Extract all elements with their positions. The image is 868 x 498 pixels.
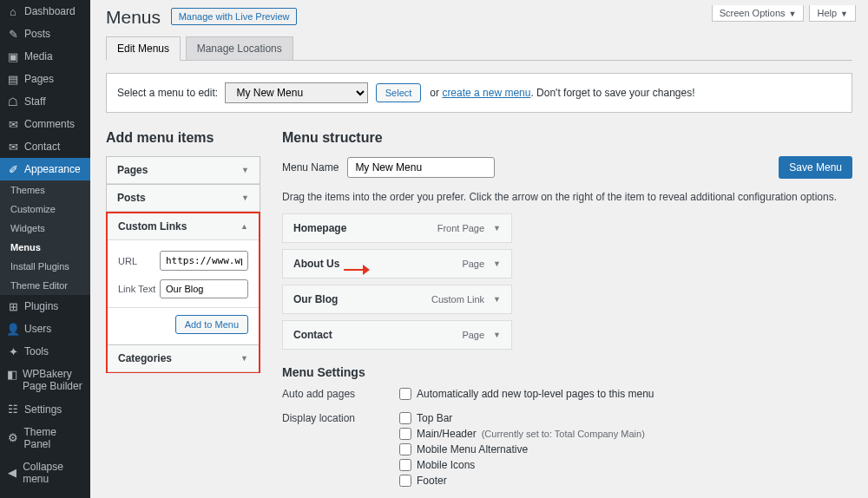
menu-item-type: Page [462, 330, 484, 340]
link-text-label: Link Text [118, 284, 160, 294]
sidebar-label: Contact [24, 141, 60, 153]
envelope-icon: ✉ [7, 141, 19, 153]
select-button[interactable]: Select [376, 83, 422, 102]
sidebar-item-posts[interactable]: ✎Posts [0, 23, 90, 45]
triangle-down-icon[interactable]: ▼ [493, 224, 501, 233]
sidebar-item-media[interactable]: ▣Media [0, 45, 90, 68]
or-text: or [430, 87, 439, 99]
sidebar-item-contact[interactable]: ✉Contact [0, 135, 90, 158]
display-locations: Top BarMain/Header (Currently set to: To… [399, 412, 852, 490]
sidebar-item-plugins[interactable]: ⊞Plugins [0, 295, 90, 318]
menu-name-input[interactable] [347, 157, 495, 178]
screen-options-label: Screen Options [720, 8, 786, 18]
dashboard-icon: ⌂ [7, 5, 19, 17]
reminder-text: . Don't forget to save your changes! [530, 87, 694, 99]
custom-link-text-input[interactable] [160, 279, 248, 298]
location-checkbox[interactable] [399, 428, 411, 440]
auto-add-text: Automatically add new top-level pages to… [417, 388, 654, 400]
add-to-menu-button[interactable]: Add to Menu [175, 315, 248, 334]
help-label: Help [817, 8, 837, 18]
panel-custom-links[interactable]: Custom Links▲ [108, 213, 259, 240]
help-tab[interactable]: Help▼ [809, 5, 856, 22]
menu-item[interactable]: About UsPage▼ [282, 249, 512, 278]
sidebar-label: Posts [24, 28, 50, 40]
location-checkbox[interactable] [399, 459, 411, 471]
admin-sidebar: ⌂Dashboard ✎Posts ▣Media ▤Pages ☖Staff ✉… [0, 0, 90, 498]
tab-manage-locations[interactable]: Manage Locations [186, 36, 293, 60]
sidebar-sub-widgets[interactable]: Widgets [0, 219, 90, 238]
sidebar-item-wpbakery[interactable]: ◧WPBakery Page Builder [0, 363, 90, 398]
wpbakery-icon: ◧ [7, 368, 17, 380]
sidebar-sub-themes[interactable]: Themes [0, 180, 90, 200]
sidebar-label: Comments [24, 118, 75, 130]
live-preview-button[interactable]: Manage with Live Preview [171, 8, 298, 25]
custom-links-body: URL Link Text Add to Menu [108, 240, 259, 344]
page-title: Menus [106, 7, 161, 28]
sidebar-item-theme-panel[interactable]: ⚙Theme Panel [0, 421, 90, 455]
sidebar-item-pages[interactable]: ▤Pages [0, 68, 90, 90]
menu-selector-box: Select a menu to edit: My New Menu Selec… [106, 73, 852, 113]
add-menu-items-column: Add menu items Pages▼ Posts▼ Custom Link… [106, 130, 260, 498]
location-checkbox[interactable] [399, 443, 411, 455]
select-menu-label: Select a menu to edit: [117, 87, 218, 99]
menu-structure-column: Menu structure Menu Name Save Menu Drag … [282, 130, 852, 498]
sidebar-sub-editor[interactable]: Theme Editor [0, 276, 90, 295]
custom-link-url-input[interactable] [160, 251, 248, 271]
page-icon: ▤ [7, 73, 19, 85]
media-icon: ▣ [7, 50, 19, 62]
menu-item[interactable]: HomepageFront Page▼ [282, 213, 512, 243]
pin-icon: ✎ [7, 28, 19, 40]
triangle-down-icon: ▼ [240, 354, 248, 363]
triangle-down-icon[interactable]: ▼ [493, 259, 501, 268]
screen-options-tab[interactable]: Screen Options▼ [712, 5, 805, 22]
brush-icon: ✐ [7, 163, 19, 175]
sidebar-item-dashboard[interactable]: ⌂Dashboard [0, 0, 90, 23]
comment-icon: ✉ [7, 118, 19, 130]
menu-item-title: Our Blog [293, 293, 431, 305]
location-checkbox[interactable] [399, 475, 411, 487]
menu-item-title: Contact [293, 329, 462, 341]
sidebar-label: Tools [24, 345, 49, 357]
menu-select[interactable]: My New Menu [225, 82, 368, 103]
sidebar-sub-customize[interactable]: Customize [0, 200, 90, 219]
triangle-down-icon[interactable]: ▼ [493, 331, 501, 339]
sidebar-item-settings[interactable]: ☷Settings [0, 398, 90, 421]
save-menu-button-top[interactable]: Save Menu [779, 156, 852, 179]
menu-item[interactable]: Our BlogCustom Link▼ [282, 285, 512, 314]
auto-add-checkbox[interactable] [399, 388, 411, 400]
triangle-down-icon[interactable]: ▼ [493, 295, 501, 304]
panel-pages[interactable]: Pages▼ [107, 157, 260, 184]
sidebar-sub-menus[interactable]: Menus [0, 238, 90, 257]
location-text: Top Bar [417, 412, 452, 424]
menu-item[interactable]: ContactPage▼ [282, 320, 512, 350]
screen-meta-links: Screen Options▼ Help▼ [712, 5, 856, 22]
sidebar-label: Staff [24, 95, 45, 108]
panel-title: Categories [118, 352, 172, 364]
tab-edit-menus[interactable]: Edit Menus [106, 36, 181, 61]
menu-item-type: Front Page [437, 223, 484, 233]
sidebar-label: Plugins [24, 300, 58, 312]
sidebar-item-comments[interactable]: ✉Comments [0, 113, 90, 135]
caret-down-icon: ▼ [840, 10, 848, 18]
menu-settings-heading: Menu Settings [282, 365, 852, 379]
triangle-down-icon: ▼ [241, 166, 249, 174]
plugin-icon: ⊞ [7, 300, 19, 312]
sidebar-label: Collapse menu [23, 461, 83, 485]
sidebar-sub-install[interactable]: Install Plugins [0, 257, 90, 276]
location-text: Main/Header [417, 428, 477, 440]
sidebar-item-users[interactable]: 👤Users [0, 318, 90, 340]
create-new-menu-link[interactable]: create a new menu [442, 87, 530, 99]
caret-down-icon: ▼ [789, 10, 797, 18]
panel-categories[interactable]: Categories▼ [108, 345, 259, 372]
sidebar-item-staff[interactable]: ☖Staff [0, 90, 90, 113]
sidebar-label: Users [24, 323, 51, 335]
wrench-icon: ✦ [7, 345, 19, 357]
location-checkbox[interactable] [399, 412, 411, 424]
panel-posts[interactable]: Posts▼ [107, 185, 260, 212]
sidebar-item-appearance[interactable]: ✐Appearance [0, 158, 90, 180]
sidebar-label: Dashboard [24, 5, 76, 17]
sidebar-item-tools[interactable]: ✦Tools [0, 340, 90, 363]
highlighted-annotation: Custom Links▲ URL Link Text Ad [106, 212, 260, 373]
sidebar-item-collapse[interactable]: ◀Collapse menu [0, 455, 90, 490]
main-content: Screen Options▼ Help▼ Menus Manage with … [90, 0, 868, 498]
